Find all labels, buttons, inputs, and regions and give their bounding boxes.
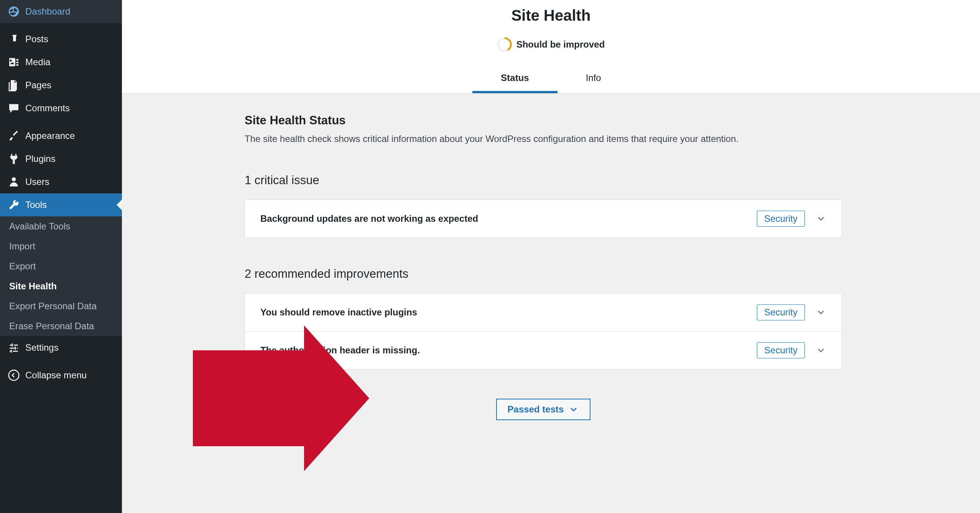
sidebar-item-label: Media <box>25 57 50 68</box>
issue-title: Background updates are not working as ex… <box>260 213 757 224</box>
submenu-import[interactable]: Import <box>0 236 122 256</box>
security-badge: Security <box>757 304 805 320</box>
sidebar-item-label: Comments <box>25 103 70 114</box>
tab-status[interactable]: Status <box>472 66 557 93</box>
sidebar-item-settings[interactable]: Settings <box>0 336 122 359</box>
issue-item[interactable]: You should remove inactive plugins Secur… <box>245 294 842 332</box>
sidebar-item-comments[interactable]: Comments <box>0 97 122 120</box>
section-title: Site Health Status <box>245 114 842 127</box>
tools-submenu: Available Tools Import Export Site Healt… <box>0 216 122 336</box>
sidebar-item-label: Pages <box>25 80 51 91</box>
section-description: The site health check shows critical inf… <box>245 134 842 144</box>
content-area: Site Health Status The site health check… <box>122 94 980 513</box>
page-title: Site Health <box>122 7 980 24</box>
media-icon <box>8 56 20 68</box>
sidebar-item-label: Tools <box>25 200 47 210</box>
critical-heading: 1 critical issue <box>245 173 842 187</box>
sidebar-item-label: Dashboard <box>25 6 70 17</box>
sidebar-item-label: Users <box>25 176 49 187</box>
comment-icon <box>8 102 20 114</box>
wrench-icon <box>8 199 20 211</box>
recommended-heading: 2 recommended improvements <box>245 267 842 281</box>
svg-point-0 <box>9 370 19 381</box>
pages-icon <box>8 79 20 91</box>
status-progress-circle <box>497 37 512 52</box>
dashboard-icon <box>8 5 20 18</box>
sidebar-item-dashboard[interactable]: Dashboard <box>0 0 122 23</box>
sidebar-item-label: Settings <box>25 342 59 353</box>
pin-icon <box>8 33 20 45</box>
security-badge: Security <box>757 211 805 227</box>
brush-icon <box>8 130 20 142</box>
tabs: Status Info <box>122 66 980 94</box>
passed-tests-label: Passed tests <box>508 404 564 415</box>
issue-title: You should remove inactive plugins <box>260 307 757 318</box>
sidebar-collapse[interactable]: Collapse menu <box>0 364 122 387</box>
issue-item[interactable]: Background updates are not working as ex… <box>245 200 842 238</box>
sidebar-item-appearance[interactable]: Appearance <box>0 124 122 147</box>
submenu-export-personal-data[interactable]: Export Personal Data <box>0 296 122 316</box>
sidebar-item-label: Plugins <box>25 153 56 164</box>
sidebar-item-media[interactable]: Media <box>0 51 122 74</box>
main-content: Site Health Should be improved Status In… <box>122 0 980 513</box>
chevron-down-icon <box>816 345 826 356</box>
sidebar-item-plugins[interactable]: Plugins <box>0 147 122 170</box>
sliders-icon <box>8 341 20 354</box>
submenu-available-tools[interactable]: Available Tools <box>0 216 122 236</box>
sidebar-item-users[interactable]: Users <box>0 170 122 193</box>
submenu-site-health[interactable]: Site Health <box>0 276 122 296</box>
sidebar-item-label: Collapse menu <box>25 370 87 381</box>
sidebar-item-label: Appearance <box>25 130 75 141</box>
chevron-down-icon <box>816 213 826 224</box>
chevron-down-icon <box>816 307 826 318</box>
tab-info[interactable]: Info <box>557 66 630 93</box>
passed-tests-button[interactable]: Passed tests <box>496 399 591 420</box>
status-text: Should be improved <box>516 39 605 50</box>
sidebar-item-posts[interactable]: Posts <box>0 28 122 51</box>
issue-item[interactable]: The authorization header is missing. Sec… <box>245 332 842 369</box>
collapse-icon <box>8 369 20 381</box>
user-icon <box>8 176 20 188</box>
submenu-export[interactable]: Export <box>0 256 122 276</box>
issue-title: The authorization header is missing. <box>260 345 757 356</box>
sidebar-item-pages[interactable]: Pages <box>0 74 122 97</box>
plug-icon <box>8 153 20 165</box>
status-indicator: Should be improved <box>122 37 980 52</box>
chevron-down-icon <box>568 404 579 415</box>
sidebar-item-tools[interactable]: Tools <box>0 193 122 216</box>
recommended-list: You should remove inactive plugins Secur… <box>245 293 842 369</box>
admin-sidebar: Dashboard Posts Media Pages Comments App… <box>0 0 122 513</box>
page-header: Site Health Should be improved Status In… <box>122 0 980 94</box>
submenu-erase-personal-data[interactable]: Erase Personal Data <box>0 316 122 336</box>
critical-list: Background updates are not working as ex… <box>245 200 842 238</box>
sidebar-item-label: Posts <box>25 34 48 45</box>
security-badge: Security <box>757 342 805 358</box>
